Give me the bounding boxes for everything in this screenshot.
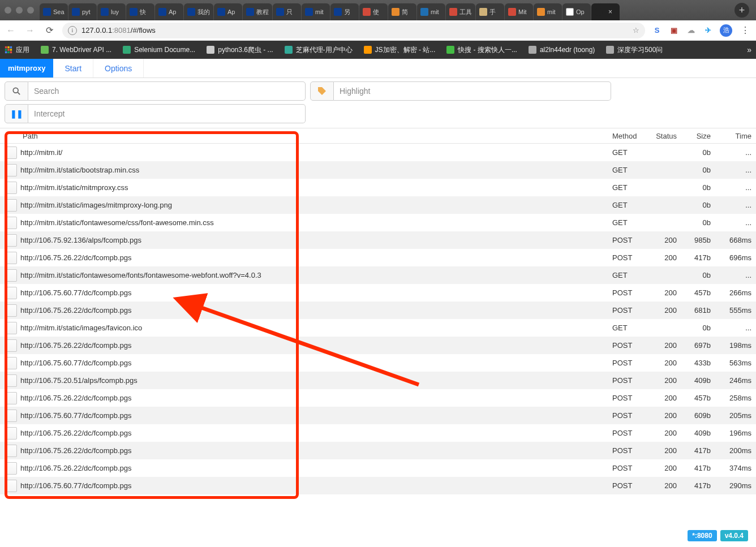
col-method[interactable]: Method — [608, 132, 648, 140]
cell-time: 668ms — [715, 236, 756, 244]
col-status[interactable]: Status — [648, 132, 681, 140]
svg-rect-8 — [10, 51, 12, 54]
table-row[interactable]: http://106.75.92.136/alps/fcompb.pgsPOST… — [0, 231, 756, 249]
app-tabs: mitmproxy Start Options — [0, 59, 756, 78]
table-row[interactable]: http://106.75.26.22/dc/fcompb.pgsPOST200… — [0, 302, 756, 319]
table-row[interactable]: http://106.75.60.77/dc/fcompb.pgsPOST200… — [0, 284, 756, 302]
cell-path: http://106.75.26.22/dc/fcompb.pgs — [20, 429, 608, 437]
extension-icon[interactable]: S — [652, 25, 662, 36]
address-bar[interactable]: i 127.0.0.1:8081/#/flows ☆ — [62, 23, 645, 38]
new-tab-button[interactable]: + — [734, 3, 749, 18]
favicon-icon — [479, 8, 487, 16]
search-icon[interactable] — [5, 81, 28, 101]
browser-tab[interactable]: 教程 — [243, 3, 272, 20]
bookmark-item[interactable]: 深度学习500问 — [606, 45, 663, 55]
browser-tab[interactable]: × — [591, 3, 620, 20]
bookmark-favicon-icon — [364, 46, 372, 54]
reload-button[interactable]: ⟳ — [43, 24, 55, 37]
browser-tab[interactable]: 我的 — [184, 3, 213, 20]
browser-tab[interactable]: Ap — [214, 3, 242, 20]
col-path[interactable]: Path — [5, 132, 608, 140]
table-row[interactable]: http://106.75.26.22/dc/fcompb.pgsPOST200… — [0, 424, 756, 442]
table-row[interactable]: http://mitm.it/static/fontawesome/css/fo… — [0, 214, 756, 231]
browser-tab[interactable]: 手 — [476, 3, 504, 20]
browser-tab[interactable]: Mit — [505, 3, 533, 20]
table-row[interactable]: http://106.75.20.51/alps/fcompb.pgsPOST2… — [0, 372, 756, 389]
col-size[interactable]: Size — [681, 132, 715, 140]
browser-tab[interactable]: 另 — [330, 3, 359, 20]
table-row[interactable]: http://mitm.it/static/images/favicon.ico… — [0, 319, 756, 337]
bookmark-item[interactable]: Selenium Docume... — [123, 45, 195, 55]
tab-start[interactable]: Start — [53, 59, 93, 77]
cell-path: http://106.75.20.51/alps/fcompb.pgs — [20, 376, 608, 385]
tab-label: 只 — [286, 8, 293, 16]
browser-tab[interactable]: 只 — [273, 3, 301, 20]
cell-size: 0b — [681, 218, 715, 227]
cell-path: http://mitm.it/static/mitmproxy.css — [20, 183, 608, 192]
brand-label[interactable]: mitmproxy — [0, 59, 53, 77]
highlight-input[interactable] — [334, 81, 611, 101]
browser-tab[interactable]: pyt — [68, 3, 97, 20]
table-row[interactable]: http://106.75.60.77/dc/fcompb.pgsPOST200… — [0, 477, 756, 494]
browser-tab[interactable]: Sea — [40, 3, 68, 20]
browser-tab[interactable]: Op — [562, 3, 591, 20]
bookmark-item[interactable]: JS加密、解密 - 站... — [364, 45, 436, 55]
table-row[interactable]: http://mitm.it/static/mitmproxy.cssGET0b… — [0, 179, 756, 196]
bookmark-star-icon[interactable]: ☆ — [633, 26, 639, 35]
listen-port-badge: *:8080 — [688, 530, 716, 541]
favicon-icon — [72, 8, 80, 16]
table-row[interactable]: http://106.75.26.22/dc/fcompb.pgsPOST200… — [0, 389, 756, 407]
pause-icon[interactable]: ❚❚ — [5, 104, 28, 123]
extension-icon[interactable]: ☁ — [686, 25, 696, 36]
forward-button[interactable]: → — [24, 24, 36, 37]
table-row[interactable]: http://106.75.60.77/dc/fcompb.pgsPOST200… — [0, 354, 756, 372]
cell-time: 563ms — [715, 359, 756, 367]
browser-tab[interactable]: luy — [97, 3, 126, 20]
apps-shortcut[interactable]: 应用 — [5, 45, 29, 55]
tab-options[interactable]: Options — [93, 59, 144, 77]
table-row[interactable]: http://mitm.it/static/bootstrap.min.cssG… — [0, 161, 756, 179]
bookmarks-overflow-icon[interactable]: » — [747, 45, 751, 54]
table-row[interactable]: http://mitm.it/static/fontawesome/fonts/… — [0, 266, 756, 284]
table-row[interactable]: http://106.75.26.22/dc/fcompb.pgsPOST200… — [0, 459, 756, 477]
table-row[interactable]: http://mitm.it/GET0b... — [0, 144, 756, 161]
close-window-icon[interactable] — [5, 7, 11, 14]
bookmark-item[interactable]: 7. WebDriver API ... — [41, 45, 111, 55]
browser-tab[interactable]: 使 — [359, 3, 388, 20]
browser-tab[interactable]: 简 — [388, 3, 416, 20]
col-time[interactable]: Time — [715, 132, 756, 140]
minimize-window-icon[interactable] — [16, 7, 23, 14]
tag-icon[interactable] — [310, 81, 334, 101]
cell-size: 409b — [681, 429, 715, 437]
extension-icon[interactable]: ✈ — [703, 25, 713, 36]
browser-tab[interactable]: 快 — [126, 3, 154, 20]
tab-label: Op — [576, 8, 585, 15]
table-row[interactable]: http://mitm.it/static/images/mitmproxy-l… — [0, 196, 756, 214]
cell-time: ... — [715, 166, 756, 174]
cell-status: 200 — [648, 341, 681, 350]
highlight-group — [310, 81, 611, 101]
intercept-input[interactable] — [28, 104, 306, 123]
document-icon — [5, 322, 17, 334]
table-row[interactable]: http://106.75.26.22/dc/fcompb.pgsPOST200… — [0, 249, 756, 266]
table-row[interactable]: http://106.75.26.22/dc/fcompb.pgsPOST200… — [0, 442, 756, 459]
browser-tab[interactable]: 工具 — [446, 3, 475, 20]
browser-tab[interactable]: Ap — [155, 3, 183, 20]
browser-tab[interactable]: mit — [302, 3, 330, 20]
table-row[interactable]: http://106.75.26.22/dc/fcompb.pgsPOST200… — [0, 337, 756, 354]
back-button[interactable]: ← — [5, 24, 17, 37]
browser-tab[interactable]: mit — [534, 3, 562, 20]
bookmark-item[interactable]: 快搜 - 搜索快人一... — [446, 45, 517, 55]
extension-icon[interactable]: ▣ — [669, 25, 679, 36]
browser-tab[interactable]: mit — [417, 3, 445, 20]
close-icon[interactable]: × — [608, 8, 612, 16]
search-input[interactable] — [28, 81, 306, 101]
browser-menu-icon[interactable]: ⋮ — [739, 24, 751, 37]
bookmark-item[interactable]: python3.6爬虫 - ... — [207, 45, 273, 55]
bookmark-item[interactable]: 芝麻代理-用户中心 — [285, 45, 353, 55]
profile-avatar[interactable]: 浩 — [720, 24, 732, 37]
zoom-window-icon[interactable] — [27, 7, 34, 14]
table-row[interactable]: http://106.75.60.77/dc/fcompb.pgsPOST200… — [0, 407, 756, 424]
site-info-icon[interactable]: i — [68, 26, 77, 35]
bookmark-item[interactable]: al2ln44edr (toong) — [529, 45, 595, 55]
